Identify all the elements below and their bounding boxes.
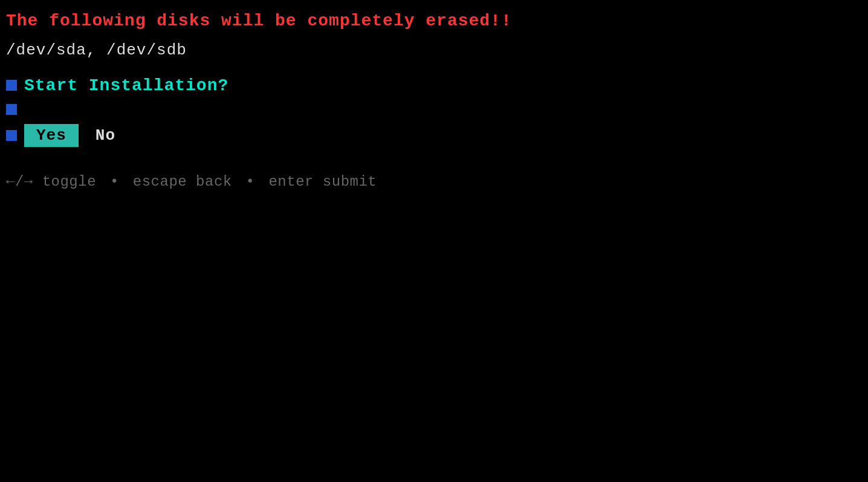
bullet-icon-3: [6, 130, 17, 141]
no-button[interactable]: No: [96, 126, 115, 145]
submit-hint: submit: [323, 174, 377, 190]
terminal-screen: The following disks will be completely e…: [0, 0, 868, 482]
dot-1: •: [110, 174, 119, 190]
disk-list-text: /dev/sda, /dev/sdb: [6, 41, 862, 59]
blank-row: [6, 101, 862, 118]
question-row: Start Installation?: [6, 76, 862, 95]
yes-button[interactable]: Yes: [24, 124, 79, 147]
enter-hint: enter: [268, 174, 314, 190]
warning-text: The following disks will be completely e…: [6, 11, 862, 31]
dot-2: •: [246, 174, 255, 190]
escape-hint: escape: [133, 174, 187, 190]
bullet-icon-2: [6, 104, 17, 115]
buttons-row: Yes No: [6, 124, 862, 147]
toggle-hint: toggle: [42, 174, 96, 190]
back-hint: back: [196, 174, 232, 190]
keybindings-bar: ←/→ toggle • escape back • enter submit: [6, 174, 862, 190]
bullet-icon: [6, 80, 17, 91]
question-text: Start Installation?: [24, 76, 228, 95]
arrow-keys-hint: ←/→: [6, 174, 33, 190]
